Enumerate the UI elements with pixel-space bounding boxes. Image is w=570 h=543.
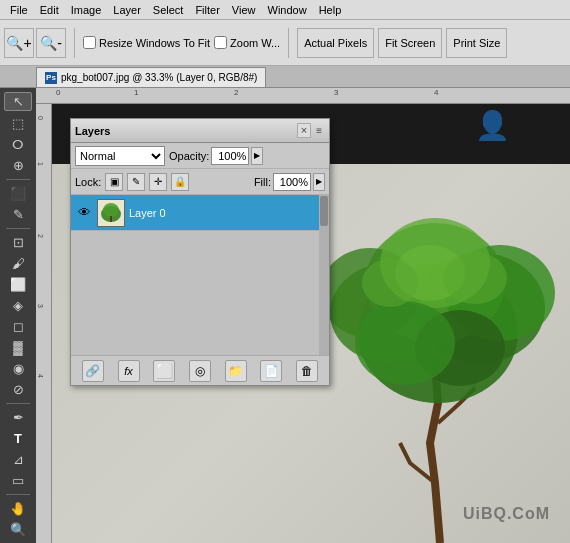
opacity-input[interactable] [211,147,249,165]
menu-window[interactable]: Window [262,2,313,18]
ruler-ticks-v: 0 1 2 3 4 [36,104,51,543]
ruler-ticks-h: 0 1 2 3 4 [36,88,570,103]
tool-separator-1 [6,179,30,180]
new-adjustment-layer-button[interactable]: ◎ [189,360,211,382]
menu-bar: File Edit Image Layer Select Filter View… [0,0,570,20]
menu-view[interactable]: View [226,2,262,18]
panel-title-icons: × ≡ [297,123,325,138]
fill-input[interactable] [273,173,311,191]
menu-filter[interactable]: Filter [189,2,225,18]
layer-eye-icon[interactable]: 👁 [75,204,93,222]
new-layer-button[interactable]: 📄 [260,360,282,382]
layer-thumb-svg [98,200,124,226]
layers-menu-btn[interactable]: ≡ [313,125,325,136]
options-bar: 🔍+ 🔍- Resize Windows To Fit Zoom W... Ac… [0,20,570,66]
dodge-tool-btn[interactable]: ⊘ [4,380,32,399]
new-group-button[interactable]: 📁 [225,360,247,382]
opacity-label: Opacity: [169,150,209,162]
layers-scroll-thumb[interactable] [320,196,328,226]
svg-point-11 [443,252,507,304]
lock-all-btn[interactable]: 🔒 [171,173,189,191]
layers-empty-area [71,231,329,351]
blend-mode-select[interactable]: Normal Multiply Screen Overlay [75,146,165,166]
bonsai-tree-image [290,203,570,543]
menu-file[interactable]: File [4,2,34,18]
menu-edit[interactable]: Edit [34,2,65,18]
tool-separator-3 [6,403,30,404]
marquee-tool-btn[interactable]: ⬚ [4,113,32,132]
layer-effects-button[interactable]: fx [118,360,140,382]
zoom-in-btn[interactable]: 🔍+ [4,28,34,58]
watermark-text: UiBQ.CoM [463,505,550,523]
delete-layer-button[interactable]: 🗑 [296,360,318,382]
ruler-vlabel-1: 1 [37,162,44,166]
layers-list: 👁 Layer 0 [71,195,329,355]
opacity-arrow-btn[interactable]: ▶ [251,147,263,165]
zoom-tool-group: 🔍+ 🔍- [4,28,66,58]
menu-layer[interactable]: Layer [107,2,147,18]
ruler-label-0: 0 [56,88,60,97]
link-layers-button[interactable]: 🔗 [82,360,104,382]
layers-scrollbar[interactable] [319,195,329,355]
lasso-tool-btn[interactable]: ⵔ [4,135,32,154]
menu-select[interactable]: Select [147,2,190,18]
fit-screen-btn[interactable]: Fit Screen [378,28,442,58]
layers-close-btn[interactable]: × [297,123,311,138]
actual-pixels-btn[interactable]: Actual Pixels [297,28,374,58]
menu-help[interactable]: Help [313,2,348,18]
eyedropper-tool-btn[interactable]: ✎ [4,205,32,224]
menu-image[interactable]: Image [65,2,108,18]
gradient-tool-btn[interactable]: ▓ [4,338,32,357]
eraser-tool-btn[interactable]: ◻ [4,317,32,336]
ruler-label-1: 1 [134,88,138,97]
quick-sel-tool-btn[interactable]: ⊕ [4,156,32,175]
document-tab[interactable]: Ps pkg_bot007.jpg @ 33.3% (Layer 0, RGB/… [36,67,266,87]
resize-windows-checkbox[interactable] [83,36,96,49]
resize-windows-label: Resize Windows To Fit [99,37,210,49]
new-fill-layer-button[interactable]: ⬜ [153,360,175,382]
fill-label: Fill: [254,176,271,188]
zoom-wc-checkbox[interactable] [214,36,227,49]
layer-item[interactable]: 👁 Layer 0 [71,195,329,231]
layers-bottom-bar: 🔗 fx ⬜ ◎ 📁 📄 🗑 [71,355,329,385]
pen-tool-btn[interactable]: ✒ [4,408,32,427]
zoom-wc-label: Zoom W... [230,37,280,49]
resize-windows-group: Resize Windows To Fit [83,36,210,49]
toolbar-separator-1 [74,28,75,58]
move-tool-btn[interactable]: ↖ [4,92,32,111]
ps-icon: Ps [45,72,57,84]
print-size-btn[interactable]: Print Size [446,28,507,58]
layer-thumbnail [97,199,125,227]
lock-paint-btn[interactable]: ✎ [127,173,145,191]
document-tab-bar: Ps pkg_bot007.jpg @ 33.3% (Layer 0, RGB/… [0,66,570,88]
brush-tool-btn[interactable]: 🖌 [4,254,32,273]
zoom-tool-btn[interactable]: 🔍 [4,520,32,539]
history-brush-btn[interactable]: ◈ [4,296,32,315]
document-tab-label: pkg_bot007.jpg @ 33.3% (Layer 0, RGB/8#) [61,72,257,83]
crop-tool-btn[interactable]: ⬛ [4,184,32,203]
lock-transparent-btn[interactable]: ▣ [105,173,123,191]
healing-tool-btn[interactable]: ⊡ [4,232,32,251]
layers-panel: Layers × ≡ Normal Multiply Screen Overla… [70,118,330,386]
type-tool-btn[interactable]: T [4,429,32,448]
fill-arrow-btn[interactable]: ▶ [313,173,325,191]
lock-label: Lock: [75,176,101,188]
lock-position-btn[interactable]: ✛ [149,173,167,191]
ruler-label-2: 2 [234,88,238,97]
zoom-out-btn[interactable]: 🔍- [36,28,66,58]
layers-panel-titlebar[interactable]: Layers × ≡ [71,119,329,143]
tools-panel: ↖ ⬚ ⵔ ⊕ ⬛ ✎ ⊡ 🖌 ⬜ ◈ ◻ ▓ ◉ ⊘ ✒ T ⊿ ▭ 🤚 🔍 [0,88,36,543]
svg-point-14 [103,203,119,217]
svg-point-10 [362,259,418,307]
ruler-horizontal: 0 1 2 3 4 [36,88,570,104]
fill-group: Fill: ▶ [254,173,325,191]
toolbar-separator-2 [288,28,289,58]
hand-tool-btn[interactable]: 🤚 [4,499,32,518]
layer-name-label: Layer 0 [129,207,325,219]
ruler-label-3: 3 [334,88,338,97]
blur-tool-btn[interactable]: ◉ [4,359,32,378]
path-sel-btn[interactable]: ⊿ [4,450,32,469]
stamp-tool-btn[interactable]: ⬜ [4,275,32,294]
shape-tool-btn[interactable]: ▭ [4,471,32,490]
ruler-vlabel-3: 3 [37,304,44,308]
